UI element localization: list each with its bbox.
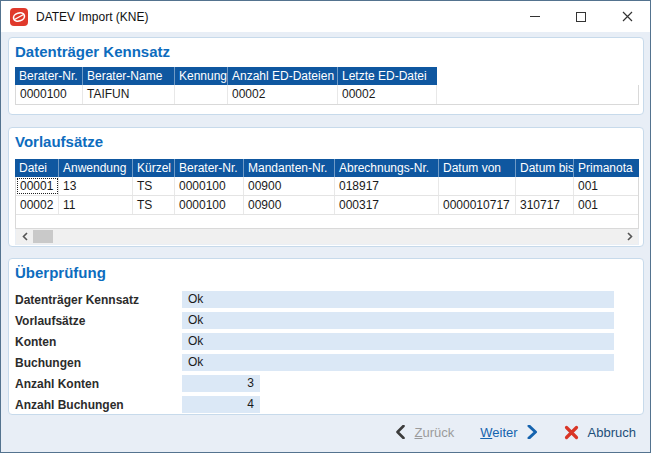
scroll-left-button[interactable] <box>17 229 32 244</box>
cell-kennung[interactable] <box>175 85 228 104</box>
cell-anwendung[interactable]: 11 <box>59 196 133 214</box>
empty-table-space <box>16 215 638 228</box>
maximize-button[interactable] <box>558 1 604 32</box>
cell-anwendung[interactable]: 13 <box>59 177 133 195</box>
app-icon <box>10 8 28 26</box>
column-header: Datei <box>15 159 59 177</box>
check-row: Konten Ok <box>15 333 635 350</box>
minimize-icon <box>530 16 540 17</box>
section-title-kennsatz: Datenträger Kennsatz <box>15 43 170 60</box>
cancel-x-icon <box>564 425 579 440</box>
check-label: Konten <box>15 335 56 349</box>
panel-vorlaufsaetze: Vorlaufsätze Datei Anwendung Kürzel Bera… <box>8 127 644 247</box>
table-row[interactable]: 00001 13 TS 0000100 00900 018917 001 <box>16 177 638 196</box>
cell-datum-von[interactable] <box>439 177 516 195</box>
cell-datei[interactable]: 00002 <box>16 196 59 214</box>
abbruch-label: Abbruch <box>588 425 636 440</box>
cell-kuerzel[interactable]: TS <box>133 177 175 195</box>
cell-datei[interactable]: 00001 <box>16 177 59 195</box>
column-header: Berater-Nr. <box>175 159 244 177</box>
close-button[interactable] <box>604 1 650 32</box>
check-row: Anzahl Buchungen 4 <box>15 396 635 413</box>
count-value-field: 4 <box>182 396 260 413</box>
scrollbar-thumb[interactable] <box>33 230 53 243</box>
column-header: Abrechnungs-Nr. <box>335 159 439 177</box>
panel-datentraeger-kennsatz: Datenträger Kennsatz Berater-Nr. Berater… <box>8 37 644 115</box>
horizontal-scrollbar[interactable] <box>15 229 639 245</box>
column-header: Datum bis <box>516 159 574 177</box>
close-icon <box>622 11 633 22</box>
check-label: Anzahl Konten <box>15 377 99 391</box>
check-label: Buchungen <box>15 356 81 370</box>
cell-berater-nr[interactable]: 0000100 <box>175 196 244 214</box>
count-value-field: 3 <box>182 375 260 392</box>
column-header: Berater-Name <box>83 67 175 85</box>
column-header: Kürzel <box>133 159 175 177</box>
cell-letzte-ed[interactable]: 00002 <box>338 85 437 104</box>
column-header: Kennung <box>175 67 228 85</box>
minimize-button[interactable] <box>512 1 558 32</box>
column-header: Berater-Nr. <box>15 67 83 85</box>
kennsatz-table: Berater-Nr. Berater-Name Kennung Anzahl … <box>15 67 639 105</box>
check-label: Datenträger Kennsatz <box>15 293 139 307</box>
check-row: Vorlaufsätze Ok <box>15 312 635 329</box>
column-header: Mandanten-Nr. <box>244 159 335 177</box>
check-value-field: Ok <box>182 312 614 329</box>
cell-datum-bis[interactable]: 310717 <box>516 196 574 214</box>
check-row: Anzahl Konten 3 <box>15 375 635 392</box>
cell-mandanten-nr[interactable]: 00900 <box>244 196 335 214</box>
cell-kuerzel[interactable]: TS <box>133 196 175 214</box>
maximize-icon <box>576 12 586 22</box>
cell-anzahl-ed[interactable]: 00002 <box>228 85 338 104</box>
cell-abrechnungs-nr[interactable]: 000317 <box>335 196 439 214</box>
check-label: Anzahl Buchungen <box>15 398 124 412</box>
column-header: Primanota <box>574 159 639 177</box>
vorlauf-table: Datei Anwendung Kürzel Berater-Nr. Manda… <box>15 159 639 245</box>
table-row[interactable]: 0000100 TAIFUN 00002 00002 <box>16 85 638 104</box>
cell-mandanten-nr[interactable]: 00900 <box>244 177 335 195</box>
column-header: Anwendung <box>59 159 133 177</box>
chevron-right-icon <box>527 425 538 439</box>
check-label: Vorlaufsätze <box>15 314 85 328</box>
column-header: Anzahl ED-Dateien <box>228 67 338 85</box>
dialog-window: DATEV Import (KNE) Datenträger Kennsatz … <box>0 0 651 453</box>
titlebar[interactable]: DATEV Import (KNE) <box>1 1 650 32</box>
chevron-left-icon <box>395 425 405 439</box>
column-header: Letzte ED-Datei <box>338 67 437 85</box>
section-title-vorlauf: Vorlaufsätze <box>15 133 103 150</box>
cell-abrechnungs-nr[interactable]: 018917 <box>335 177 439 195</box>
cell-filler <box>437 85 638 104</box>
cell-primanota[interactable]: 001 <box>574 196 638 214</box>
chevron-right-icon <box>627 232 633 241</box>
zurueck-button[interactable]: Zurück <box>395 425 454 440</box>
cell-primanota[interactable]: 001 <box>574 177 638 195</box>
section-title-pruefung: Überprüfung <box>15 264 106 281</box>
vorlauf-table-header: Datei Anwendung Kürzel Berater-Nr. Manda… <box>15 159 639 177</box>
cell-berater-nr[interactable]: 0000100 <box>175 177 244 195</box>
footer-button-bar: Zurück Weiter Abbruch <box>1 412 650 452</box>
cell-datum-bis[interactable] <box>516 177 574 195</box>
cell-berater-nr[interactable]: 0000100 <box>16 85 83 104</box>
weiter-label: Weiter <box>480 425 517 440</box>
check-row: Buchungen Ok <box>15 354 635 371</box>
scroll-right-button[interactable] <box>622 229 637 244</box>
abbruch-button[interactable]: Abbruch <box>564 425 636 440</box>
panel-ueberpruefung: Überprüfung Datenträger Kennsatz Ok Vorl… <box>8 258 644 415</box>
check-value-field: Ok <box>182 354 614 371</box>
check-value-field: Ok <box>182 333 614 350</box>
cell-berater-name[interactable]: TAIFUN <box>83 85 175 104</box>
window-title: DATEV Import (KNE) <box>36 10 148 24</box>
cell-datum-von[interactable]: 0000010717 <box>439 196 516 214</box>
check-row: Datenträger Kennsatz Ok <box>15 291 635 308</box>
chevron-left-icon <box>22 232 28 241</box>
table-row[interactable]: 00002 11 TS 0000100 00900 000317 0000010… <box>16 196 638 215</box>
zurueck-label: Zurück <box>414 425 454 440</box>
kennsatz-table-header: Berater-Nr. Berater-Name Kennung Anzahl … <box>15 67 639 85</box>
column-header: Datum von <box>439 159 516 177</box>
weiter-button[interactable]: Weiter <box>480 425 537 440</box>
check-value-field: Ok <box>182 291 614 308</box>
